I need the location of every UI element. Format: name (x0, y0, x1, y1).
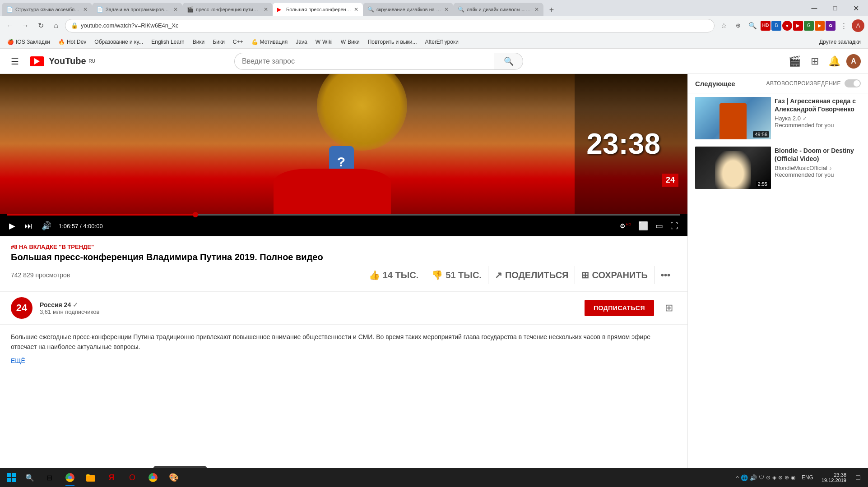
tab-2-close[interactable]: ✕ (173, 6, 178, 13)
like-button[interactable]: 👍 14 ТЫС. (362, 266, 426, 284)
volume-taskbar-icon[interactable]: 🔊 (750, 474, 757, 481)
add-to-playlist-button[interactable]: ⊞ (661, 299, 677, 317)
dislike-count: 51 ТЫС. (446, 270, 482, 280)
fullscreen-button[interactable]: ⛶ (668, 220, 680, 233)
ext-7[interactable]: ✿ (826, 21, 836, 31)
share-button[interactable]: ↗ ПОДЕЛИТЬСЯ (488, 266, 576, 284)
tab-6[interactable]: 🔍 лайк и дизайк символы – Пон... ✕ (453, 3, 543, 16)
autoplay-toggle[interactable] (845, 79, 861, 87)
ext-6[interactable]: ▶ (815, 21, 825, 31)
menu-icon[interactable]: ⋮ (837, 19, 850, 32)
tray-icon-1[interactable]: ⊙ (766, 474, 771, 481)
play-button[interactable]: ▶ (7, 219, 17, 233)
tab-6-close[interactable]: ✕ (534, 6, 539, 13)
subscribe-button[interactable]: ПОДПИСАТЬСЯ (585, 300, 654, 316)
antivirus-icon[interactable]: 🛡 (759, 474, 764, 481)
tray-icon-4[interactable]: ⊕ (784, 474, 789, 481)
search-input[interactable] (234, 53, 494, 70)
notification-icon[interactable]: 🔔 (826, 53, 843, 69)
tray-icon-2[interactable]: ◈ (772, 474, 776, 481)
sidebar-video-1[interactable]: 49:56 Газ | Агрессивная среда с Александ… (688, 93, 868, 143)
maximize-button[interactable]: □ (825, 0, 845, 16)
taskbar-search-button[interactable]: 🔍 (22, 469, 38, 486)
bookmark-motivation[interactable]: 💪 Мотивация (248, 38, 292, 46)
ext-2[interactable]: B (771, 21, 781, 31)
notification-center-button[interactable]: □ (852, 468, 864, 487)
tab-1[interactable]: 📄 Структура языка ассемблера – ... ✕ (2, 3, 92, 16)
tab-2[interactable]: 📄 Задачи на программирование ... ✕ (92, 3, 182, 16)
search-button[interactable]: 🔍 (494, 53, 523, 70)
forward-button[interactable]: → (19, 19, 32, 32)
bookmark-english[interactable]: English Learn (148, 38, 188, 46)
bookmark-wiki[interactable]: W Wiki (312, 38, 336, 46)
bookmark-cpp[interactable]: C++ (229, 38, 247, 46)
taskbar-taskview[interactable]: ⊟ (40, 468, 59, 487)
ext-4[interactable]: ▶ (793, 21, 803, 31)
tab-3[interactable]: 🎬 пресс конференция путина 201... ✕ (182, 3, 273, 16)
taskbar-file-explorer[interactable] (81, 468, 100, 487)
progress-bar[interactable] (7, 214, 680, 216)
bookmark-viki2[interactable]: W Вики (337, 38, 363, 46)
user-avatar[interactable]: A (846, 54, 861, 69)
apps-icon[interactable]: ⊞ (807, 53, 823, 69)
language-indicator[interactable]: ENG (799, 474, 816, 481)
tab-3-close[interactable]: ✕ (264, 6, 268, 13)
tray-icon-3[interactable]: ⊛ (778, 474, 783, 481)
address-bar[interactable]: 🔒 youtube.com/watch?v=RlKw6E4n_Xc (65, 19, 715, 32)
bookmark-icon[interactable]: ⊕ (732, 19, 744, 32)
settings-button[interactable]: ⚙HD (618, 221, 633, 231)
ext-5[interactable]: G (804, 21, 814, 31)
upload-icon[interactable]: 🎬 (787, 53, 803, 69)
tab-1-close[interactable]: ✕ (83, 6, 88, 13)
channel-name[interactable]: Россия 24 ✓ (40, 301, 577, 308)
windows-logo-icon (7, 473, 16, 482)
taskbar-clock[interactable]: 23:38 19.12.2019 (818, 471, 850, 484)
bookmark-others[interactable]: Другие закладки (816, 38, 864, 46)
start-button[interactable] (4, 469, 20, 486)
up-arrow-icon[interactable]: ^ (736, 474, 739, 481)
tab-4[interactable]: ▶ Большая пресс-конференция ... ✕ (273, 3, 363, 16)
show-more-link[interactable]: ЕЩЁ (11, 356, 677, 366)
user-avatar-browser[interactable]: A (852, 19, 864, 32)
search-icon[interactable]: 🔍 (746, 19, 759, 32)
close-button[interactable]: ✕ (845, 0, 866, 16)
network-icon[interactable]: 🌐 (741, 474, 748, 481)
new-tab-button[interactable]: + (545, 4, 558, 16)
sidebar-video-2[interactable]: 2:55 Blondie - Doom or Destiny (Official… (688, 143, 868, 193)
ext-3[interactable]: ● (782, 21, 792, 31)
next-button[interactable]: ⏭ (23, 220, 34, 233)
reload-button[interactable]: ↻ (34, 19, 47, 32)
ext-1[interactable]: HD (761, 21, 771, 31)
back-button[interactable]: ← (4, 19, 16, 32)
taskbar-chrome2[interactable] (144, 468, 162, 487)
channel-avatar[interactable]: 24 (11, 297, 32, 319)
minimize-button[interactable]: ─ (804, 0, 825, 16)
theater-button[interactable]: ▭ (654, 219, 665, 233)
bookmark-viki[interactable]: Вики (189, 38, 209, 46)
volume-button[interactable]: 🔊 (40, 219, 53, 233)
bookmark-biki[interactable]: Бики (209, 38, 228, 46)
dislike-button[interactable]: 👎 51 ТЫС. (425, 266, 488, 284)
taskbar-paint[interactable]: 🎨 (164, 468, 183, 487)
tab-5[interactable]: 🔍 скручивание дизайков на юту... ✕ (363, 3, 453, 16)
bookmark-hotdev[interactable]: 🔥 Hot Dev (55, 38, 90, 46)
bookmark-repeat[interactable]: Повторить и выки... (364, 38, 421, 46)
home-button[interactable]: ⌂ (50, 19, 62, 32)
taskbar-opera[interactable]: O (123, 468, 142, 487)
taskbar-yandex[interactable]: Я (102, 468, 121, 487)
bookmark-ios[interactable]: 🍎 IOS Закладки (4, 38, 54, 46)
bookmark-java[interactable]: Java (292, 38, 311, 46)
tab-4-close[interactable]: ✕ (354, 6, 358, 13)
yt-logo[interactable]: YouTube RU (30, 56, 95, 66)
bookmark-education[interactable]: Образование и ку... (91, 38, 147, 46)
video-player[interactable]: ? 23:38 24 (0, 74, 687, 236)
taskbar-chrome[interactable] (60, 468, 79, 487)
bookmark-aftereff[interactable]: AfterEff уроки (422, 38, 462, 46)
star-icon[interactable]: ☆ (717, 19, 730, 32)
more-button[interactable]: ••• (654, 266, 677, 284)
tab-5-close[interactable]: ✕ (444, 6, 449, 13)
yt-menu-button[interactable]: ☰ (7, 52, 23, 70)
tray-icon-5[interactable]: ◉ (791, 474, 795, 481)
miniplayer-button[interactable]: ⬜ (636, 219, 650, 233)
save-button[interactable]: ⊞ СОХРАНИТЬ (575, 266, 654, 284)
